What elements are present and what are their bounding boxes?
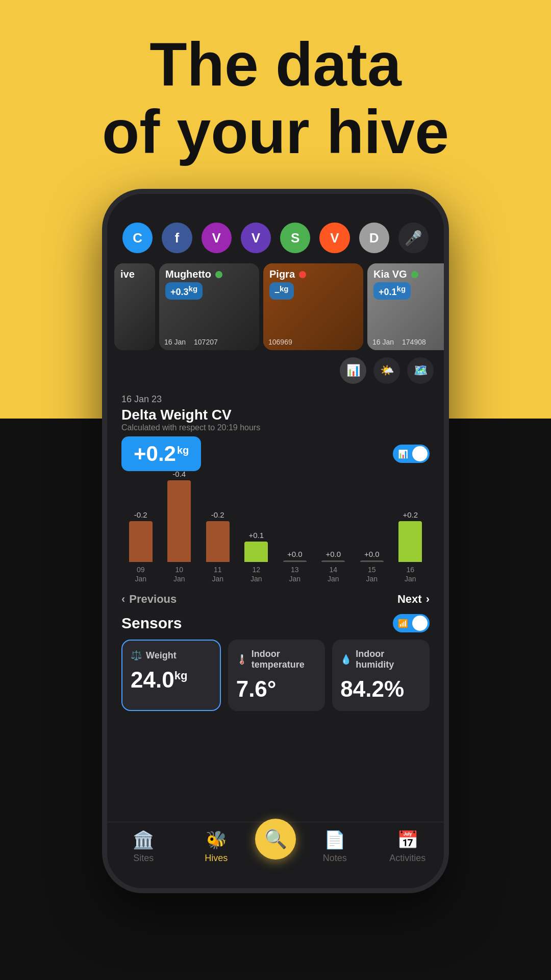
- avatar-v2[interactable]: V: [241, 223, 271, 253]
- sensor-temp-value: 7.6°: [236, 676, 317, 702]
- activities-icon: 📅: [397, 829, 418, 850]
- bar-12jan-label: +0.1: [248, 531, 264, 540]
- delta-toggle[interactable]: 📊: [393, 445, 430, 463]
- hive-kiavg-dot: [411, 271, 418, 278]
- delta-value-badge: +0.2kg: [121, 436, 201, 471]
- hive-mughetto-name: Mughetto: [165, 268, 253, 280]
- nav-item-activities[interactable]: 📅 Activities: [371, 829, 444, 864]
- sensor-temp-label: 🌡️ Indoortemperature: [236, 649, 317, 670]
- nav-item-notes[interactable]: 📄 Notes: [298, 829, 371, 864]
- sensor-weight-label: ⚖️ Weight: [131, 650, 212, 661]
- hive-partial-name: ive: [120, 268, 149, 280]
- prev-chevron-icon: ‹: [121, 593, 125, 606]
- bar-14jan-bar: [321, 560, 345, 562]
- hive-mughetto-overlay: Mughetto +0.3kg: [159, 263, 259, 305]
- hive-pigra-overlay: Pigra –kg: [263, 263, 363, 305]
- thermometer-icon: 🌡️: [236, 654, 247, 665]
- sensor-card-humidity[interactable]: 💧 Indoorhumidity 84.2%: [332, 640, 430, 711]
- bar-10jan-date: 10Jan: [173, 565, 185, 583]
- sensor-card-weight[interactable]: ⚖️ Weight 24.0kg: [121, 640, 221, 711]
- hive-card-partial[interactable]: ive: [114, 263, 155, 350]
- phone-content: C f V V S V D 🎤 ive Mughett: [107, 194, 444, 888]
- sensors-section: Sensors 📶 ⚖️ Weight 24.0kg: [107, 614, 444, 711]
- bar-09jan-bar: [129, 521, 153, 562]
- hives-icon: 🐝: [206, 829, 227, 850]
- hive-pigra-footer: 106969: [268, 338, 292, 346]
- hive-kiavg-overlay: Kia VG +0.1kg: [367, 263, 444, 305]
- sensor-humidity-label: 💧 Indoorhumidity: [340, 649, 421, 670]
- bar-11jan-date: 11Jan: [212, 565, 223, 583]
- nav-item-sites[interactable]: 🏛️ Sites: [107, 829, 180, 864]
- bar-14jan: +0.0 14Jan: [314, 550, 353, 583]
- bar-14jan-label: +0.0: [325, 550, 341, 558]
- sensor-humidity-value: 84.2%: [340, 676, 421, 702]
- hero-line1: The data: [0, 31, 551, 98]
- hive-pigra-dot: [299, 271, 306, 278]
- bar-12jan-date: 12Jan: [251, 565, 262, 583]
- bar-16jan-date: 16Jan: [405, 565, 416, 583]
- fab-search[interactable]: 🔍: [255, 819, 296, 860]
- delta-date: 16 Jan 23: [121, 394, 430, 405]
- avatar-v1[interactable]: V: [202, 223, 232, 253]
- nav-sites-label: Sites: [133, 853, 154, 864]
- bar-11jan-bar: [206, 521, 230, 562]
- next-chevron-icon: ›: [426, 593, 430, 606]
- bar-12jan-bar: [244, 542, 268, 562]
- notes-icon: 📄: [324, 829, 345, 850]
- hero-text: The data of your hive: [0, 31, 551, 165]
- hive-kiavg-badge: +0.1kg: [373, 282, 411, 300]
- weight-icon: ⚖️: [131, 650, 142, 661]
- bar-09jan-date: 09Jan: [135, 565, 146, 583]
- sensor-weight-value: 24.0kg: [131, 667, 212, 693]
- hive-kiavg-name: Kia VG: [373, 268, 444, 280]
- avatar-f[interactable]: f: [162, 223, 192, 253]
- hive-kiavg-footer: 16 Jan 174908: [372, 338, 426, 346]
- nav-hives-label: Hives: [205, 853, 228, 864]
- sensors-header: Sensors 📶: [121, 614, 430, 632]
- avatar-c[interactable]: C: [122, 223, 153, 253]
- sensor-card-temp[interactable]: 🌡️ Indoortemperature 7.6°: [228, 640, 325, 711]
- hive-mughetto-dot: [215, 271, 222, 278]
- next-button[interactable]: Next ›: [397, 593, 430, 606]
- bar-13jan-label: +0.0: [287, 550, 303, 558]
- bar-10jan: -0.4 10Jan: [160, 470, 199, 583]
- nav-activities-label: Activities: [389, 853, 425, 864]
- mic-button[interactable]: 🎤: [398, 223, 429, 253]
- hive-cards-row: ive Mughetto +0.3kg 16 Jan 10720: [107, 261, 444, 352]
- map-view-btn[interactable]: 🗺️: [407, 357, 434, 384]
- sensors-toggle[interactable]: 📶: [393, 614, 430, 632]
- weather-view-btn[interactable]: 🌤️: [373, 357, 400, 384]
- view-icons: 📊 🌤️ 🗺️: [107, 352, 444, 389]
- bar-12jan: +0.1 12Jan: [237, 531, 276, 583]
- sensors-title: Sensors: [121, 615, 182, 632]
- hive-mughetto-footer: 16 Jan 107207: [164, 338, 218, 346]
- avatar-s[interactable]: S: [280, 223, 310, 253]
- sites-icon: 🏛️: [133, 829, 154, 850]
- chart-view-btn[interactable]: 📊: [340, 357, 366, 384]
- nav-notes-label: Notes: [323, 853, 347, 864]
- bar-09jan: -0.2 09Jan: [121, 510, 160, 583]
- bar-16jan-label: +0.2: [403, 510, 418, 519]
- nav-item-hives[interactable]: 🐝 Hives: [180, 829, 253, 864]
- hive-pigra-badge: –kg: [269, 282, 294, 300]
- delta-subtitle: Calculated with respect to 20:19 hours: [121, 423, 430, 432]
- bar-14jan-date: 14Jan: [328, 565, 339, 583]
- hive-card-pigra[interactable]: Pigra –kg 106969: [263, 263, 363, 350]
- hive-card-mughetto[interactable]: Mughetto +0.3kg 16 Jan 107207: [159, 263, 259, 350]
- phone-frame: C f V V S V D 🎤 ive Mughett: [102, 189, 449, 893]
- bar-10jan-label: -0.4: [172, 470, 186, 478]
- sensor-cards: ⚖️ Weight 24.0kg 🌡️ Indoortemperature 7.…: [121, 640, 430, 711]
- chart-bars: -0.2 09Jan -0.4 10Jan -0.2 11Jan: [121, 481, 430, 583]
- notch: [224, 194, 327, 212]
- bar-15jan: +0.0 15Jan: [353, 550, 391, 583]
- previous-button[interactable]: ‹ Previous: [121, 593, 177, 606]
- bar-16jan: +0.2 16Jan: [391, 510, 430, 583]
- avatar-v3[interactable]: V: [319, 223, 349, 253]
- bar-10jan-bar: [167, 480, 191, 562]
- toggle-knob: [412, 446, 428, 461]
- delta-value-row: +0.2kg 📊: [121, 436, 430, 471]
- avatar-d[interactable]: D: [359, 223, 389, 253]
- droplet-icon: 💧: [340, 654, 352, 665]
- sensors-toggle-knob: [412, 616, 428, 631]
- hive-card-kiavg[interactable]: Kia VG +0.1kg 16 Jan 174908: [367, 263, 444, 350]
